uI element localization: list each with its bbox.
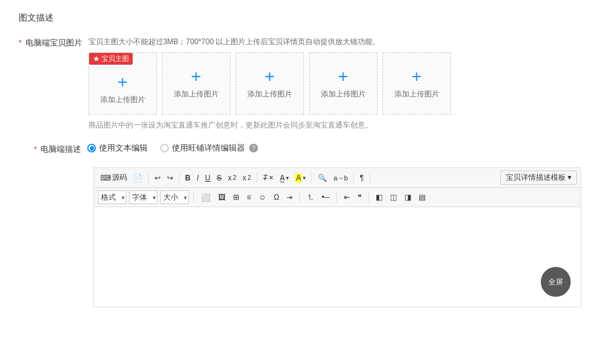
plus-icon-4: + <box>338 68 348 85</box>
align-center-icon: ◫ <box>390 193 397 202</box>
ol-icon: ⒈ <box>307 192 314 203</box>
required-star-desc: * <box>34 144 37 154</box>
help-icon[interactable]: ? <box>249 144 258 152</box>
preview-button[interactable]: 📄 <box>131 172 145 184</box>
superscript-button[interactable]: x2 <box>240 172 254 184</box>
size-select-wrap[interactable]: 大小 <box>160 190 189 204</box>
bgcolor-icon: A <box>295 174 302 182</box>
template-button[interactable]: 宝贝详情描述模板 ▾ <box>500 170 577 185</box>
align-right-button[interactable]: ◨ <box>402 192 414 203</box>
insert-iframe-button[interactable]: ⬜ <box>198 192 213 203</box>
pc-desc-field-row: * 电脑端描述 使用文本编辑 使用旺铺详情编辑器 ? <box>19 142 581 156</box>
image-upload-row: ★ 宝贝主图 + 添加上传图片 + 添加上传图片 + 添加上传图片 + <box>88 52 581 114</box>
main-badge: ★ 宝贝主图 <box>89 53 133 65</box>
size-select[interactable]: 大小 <box>160 190 189 204</box>
ul-icon: •─ <box>321 193 330 202</box>
italic-button[interactable]: I <box>194 172 201 184</box>
editor-area: ⌨ 源码 📄 ↩ ↪ B I U S x2 x2 <box>93 167 581 307</box>
add-label-1: 添加上传图片 <box>100 95 145 105</box>
align-justify-icon: ▤ <box>419 193 426 202</box>
insert-table-button[interactable]: ⊞ <box>231 192 242 203</box>
clearformat-icon: T <box>263 174 267 182</box>
fontcolor-down-icon: ▾ <box>286 175 289 181</box>
pc-image-content: 宝贝主图大小不能超过3MB；700*700 以上图片上传后宝贝详情页自动提供放大… <box>88 36 581 131</box>
ul-button[interactable]: •─ <box>319 192 332 203</box>
emoji-button[interactable]: ☺ <box>256 192 269 203</box>
search-icon: 🔍 <box>318 174 327 182</box>
toolbar-row2: 格式 字体 大小 ⬜ 🖼 <box>94 188 581 207</box>
image-upload-box-4[interactable]: + 添加上传图片 <box>309 52 378 114</box>
format-select[interactable]: 格式 <box>98 190 126 204</box>
bold-button[interactable]: B <box>183 172 193 184</box>
sep6 <box>369 173 370 183</box>
font-select-wrap[interactable]: 字体 <box>129 190 158 204</box>
search-button[interactable]: 🔍 <box>315 172 330 184</box>
sep7 <box>193 192 194 202</box>
fullscreen-button[interactable]: 全屏 <box>541 267 571 297</box>
sep2 <box>179 173 179 183</box>
pc-image-label: * 电脑端宝贝图片 <box>19 36 88 50</box>
paragraph-button[interactable]: ¶ <box>357 172 366 184</box>
image-upload-box-3[interactable]: + 添加上传图片 <box>236 52 304 114</box>
special-char-icon: Ω <box>274 193 279 202</box>
align-left-button[interactable]: ◧ <box>373 192 385 203</box>
sep5 <box>353 173 354 183</box>
searchreplace-icon: a→b <box>333 174 348 182</box>
undo-icon: ↩ <box>155 174 161 182</box>
font-select[interactable]: 字体 <box>129 190 158 204</box>
editor-wrapper: ⌨ 源码 📄 ↩ ↪ B I U S x2 x2 <box>93 167 581 307</box>
insert-image-button[interactable]: 🖼 <box>216 192 228 203</box>
strikethrough-button[interactable]: S <box>214 172 224 184</box>
clearformat-x-icon: ✕ <box>269 174 274 181</box>
underline-button[interactable]: U <box>202 172 213 184</box>
image-upload-box-2[interactable]: + 添加上传图片 <box>162 52 231 114</box>
bgcolor-down-icon: ▾ <box>303 175 306 181</box>
special-char-button[interactable]: Ω <box>271 192 282 203</box>
add-label-3: 添加上传图片 <box>247 89 292 100</box>
toolbar-row1: ⌨ 源码 📄 ↩ ↪ B I U S x2 x2 <box>94 168 581 188</box>
pc-desc-content: 使用文本编辑 使用旺铺详情编辑器 ? <box>87 142 581 154</box>
source-button[interactable]: ⌨ 源码 <box>98 171 130 184</box>
image-upload-box-5[interactable]: + 添加上传图片 <box>383 52 451 114</box>
blockquote-button[interactable]: ❝ <box>355 192 364 203</box>
align-right-icon: ◨ <box>404 193 411 202</box>
iframe-icon: ⬜ <box>201 193 211 202</box>
align-justify-button[interactable]: ▤ <box>416 192 428 203</box>
linespace-button[interactable]: ≡ <box>244 192 254 203</box>
outdent-icon: ⇤ <box>344 193 350 202</box>
subscript-button[interactable]: x2 <box>226 172 239 184</box>
section-title: 图文描述 <box>19 12 581 24</box>
doc-icon: 📄 <box>133 174 143 182</box>
pc-image-field-row: * 电脑端宝贝图片 宝贝主图大小不能超过3MB；700*700 以上图片上传后宝… <box>19 36 581 131</box>
keyboard-icon: ⌨ <box>100 174 111 182</box>
radio-circle-wangpu <box>160 144 169 152</box>
clearformat-button[interactable]: T ✕ <box>260 172 276 184</box>
fontcolor-button[interactable]: A̲ ▾ <box>277 172 292 184</box>
add-label-2: 添加上传图片 <box>174 89 219 100</box>
plus-icon-2: + <box>191 68 201 85</box>
sep8 <box>299 192 300 202</box>
redo-button[interactable]: ↪ <box>164 172 176 184</box>
searchreplace-button[interactable]: a→b <box>331 173 350 183</box>
add-label-4: 添加上传图片 <box>321 89 366 100</box>
paragraph-icon: ¶ <box>360 174 363 182</box>
pc-desc-label: * 电脑端描述 <box>19 142 87 156</box>
radio-option-text[interactable]: 使用文本编辑 <box>87 142 148 154</box>
indent-icon: ⇥ <box>287 194 292 202</box>
linespace-icon: ≡ <box>247 193 251 202</box>
outdent-button[interactable]: ⇤ <box>341 192 353 203</box>
image-upload-box-1[interactable]: ★ 宝贝主图 + 添加上传图片 <box>88 52 157 114</box>
ol-button[interactable]: ⒈ <box>304 191 317 204</box>
editor-body[interactable]: 全屏 <box>94 207 581 307</box>
insert-image-icon: 🖼 <box>218 193 226 202</box>
radio-option-wangpu[interactable]: 使用旺铺详情编辑器 ? <box>160 142 258 154</box>
indent-button[interactable]: ⇥ <box>284 192 295 203</box>
align-center-button[interactable]: ◫ <box>388 192 399 203</box>
radio-row: 使用文本编辑 使用旺铺详情编辑器 ? <box>87 142 581 154</box>
bgcolor-button[interactable]: A ▾ <box>293 172 308 184</box>
sep1 <box>148 173 149 183</box>
format-select-wrap[interactable]: 格式 <box>98 190 126 204</box>
undo-button[interactable]: ↩ <box>152 172 163 184</box>
radio-label-text: 使用文本编辑 <box>99 142 148 154</box>
sep4 <box>312 173 312 183</box>
